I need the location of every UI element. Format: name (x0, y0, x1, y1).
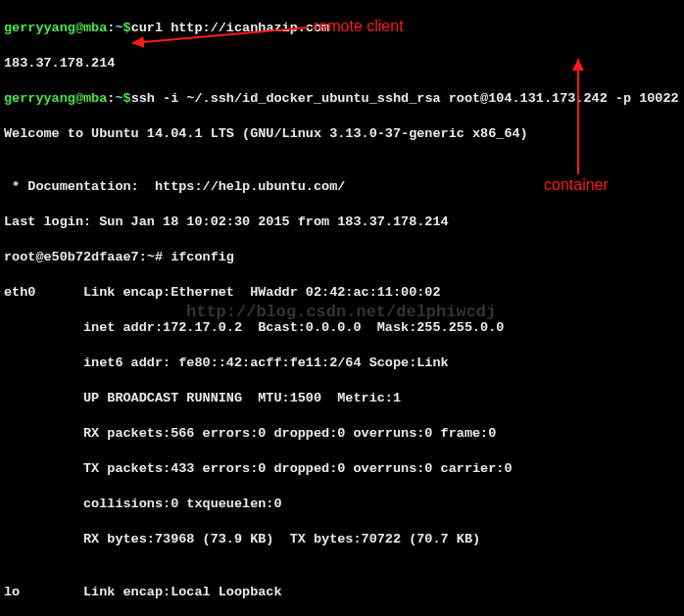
doc-line: * Documentation: https://help.ubuntu.com… (4, 178, 680, 196)
root-prompt: root@e50b72dfaae7:~# (4, 250, 171, 264)
cmd-ifconfig: ifconfig (171, 250, 234, 264)
if-line: RX packets:566 errors:0 dropped:0 overru… (4, 425, 680, 443)
if-line: RX bytes:73968 (73.9 KB) TX bytes:70722 … (4, 531, 680, 548)
lastlogin-line: Last login: Sun Jan 18 10:02:30 2015 fro… (4, 213, 680, 231)
if-line: TX packets:433 errors:0 dropped:0 overru… (4, 460, 680, 478)
line-curl: gerryyang@mba:~$curl http://icanhazip.co… (4, 20, 680, 37)
cmd-curl: curl http://icanhazip.com (131, 21, 330, 35)
line-ssh: gerryyang@mba:~$ssh -i ~/.ssh/id_docker_… (4, 90, 680, 108)
line-ifconfig: root@e50b72dfaae7:~# ifconfig (4, 249, 680, 266)
prompt-path: ~ (115, 21, 122, 35)
if-line: lo Link encap:Local Loopback (4, 584, 680, 601)
if-line: inet6 addr: fe80::42:acff:fe11:2/64 Scop… (4, 355, 680, 372)
if-line: inet addr:172.17.0.2 Bcast:0.0.0.0 Mask:… (4, 319, 680, 337)
output-ip: 183.37.178.214 (4, 55, 680, 72)
if-line: eth0 Link encap:Ethernet HWaddr 02:42:ac… (4, 284, 680, 302)
if-line: collisions:0 txqueuelen:0 (4, 496, 680, 513)
welcome-line: Welcome to Ubuntu 14.04.1 LTS (GNU/Linux… (4, 125, 680, 143)
prompt-path: ~ (115, 91, 122, 106)
terminal-window[interactable]: gerryyang@mba:~$curl http://icanhazip.co… (0, 0, 684, 616)
prompt-user: gerryyang@mba (4, 21, 107, 35)
cmd-ssh: ssh -i ~/.ssh/id_docker_ubuntu_sshd_rsa … (131, 91, 679, 106)
prompt-user: gerryyang@mba (4, 91, 107, 106)
if-line: UP BROADCAST RUNNING MTU:1500 Metric:1 (4, 390, 680, 407)
